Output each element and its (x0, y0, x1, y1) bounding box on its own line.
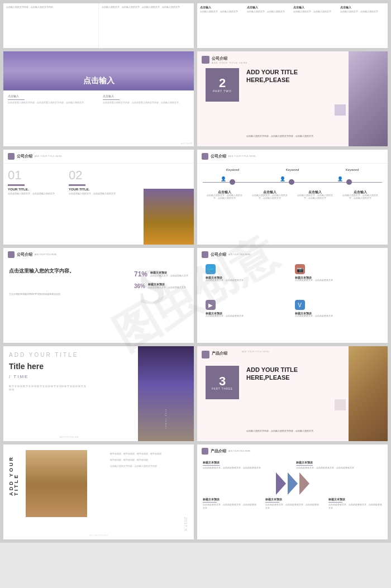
slide-top-right: 点击输入 点击输入您的文字，点击输入您的文字 点击输入 点击输入您的文字，点击输… (197, 3, 388, 48)
slide-top-right-text4: 点击输入您的文字，点击输入您的文字 (340, 11, 385, 14)
title-01: YOUR TITLE. (8, 188, 55, 191)
prod-line-2 (296, 465, 313, 466)
prod-title-5: 标题文本预设 (328, 498, 382, 501)
prod-title-2: 标题文本预设 (296, 461, 382, 464)
percent-1: 71% (134, 270, 147, 278)
part-three-add-title: ADD YOUR TITLEHERE,PLEASE (246, 366, 298, 382)
part-two-box: 2 PART TWO (206, 68, 239, 102)
slide-top-right-label4: 点击输入 (340, 6, 385, 9)
keyword-2: Keyword (286, 168, 299, 171)
slide7-photo: city tower (138, 346, 194, 441)
part-two-accent (335, 104, 346, 116)
soc-desc-1: 点击此处更改文本，点击此处更改文本 (206, 279, 244, 282)
slide-big-s: 公司介绍 ADD YOUR TITLE HERE. S 点击这里输入您的文字内容… (3, 248, 194, 343)
slide9-text1: 根字在段段，根字在段段，根字在段段，根字在段段 (110, 453, 177, 456)
company-title-8: 产品介绍 (212, 351, 227, 356)
company-sub-3: ADD YOUR TITLE HERE. (35, 155, 63, 157)
company-sub-10: ADD YOUR TITLE HERE. (228, 450, 251, 452)
prod-line-3 (203, 502, 217, 503)
kw-label-4: 点击输入 (341, 190, 380, 194)
slide9-photo (26, 450, 87, 517)
company-icon-2 (202, 56, 209, 64)
slide-top-right-label2: 点击输入 (247, 6, 292, 9)
company-name-5: 公司介绍 (17, 252, 32, 257)
photo-block-3 (144, 189, 194, 245)
slide-banner-left-footer: 数字01 数字02 (179, 141, 194, 146)
company-sub-2: ADD YOUR TITLE HERE. (212, 61, 249, 64)
prod-desc-5: 点击此处更改文本，点击此处更改文本，点击此处更改文本 (328, 504, 382, 510)
prod-desc-1: 点击此处更改文本，点击此处更改文本，点击此处更改文本 (203, 467, 289, 470)
company-name-10: 产品介绍 (211, 448, 226, 454)
part-two-desc: 点击输入您的文字内容，点击输入您的文字内容，点击输入您的文字。 (246, 135, 325, 138)
tl-dot-3 (346, 179, 352, 185)
part-three-box: 3 PART THREE (206, 366, 239, 399)
title-02: YOUR TITLE. (69, 188, 116, 191)
company-icon-5 (8, 251, 15, 258)
company-icon-8 (202, 351, 209, 358)
slide5-main-text: 点击这里输入您的文字内容。 (9, 267, 76, 275)
slide9-year: 2017.X (183, 517, 188, 531)
social-cell-4: V 标题文本预设 点击此处更改文本，点击此处更改文本 (295, 300, 380, 331)
slide-banner-left-desc2: 点击这里置入您的文字内容，点击这里置入您的文字内容，点击输入您的文字。 (103, 102, 189, 105)
slide-top-right-label3: 点击输入 (293, 6, 338, 9)
prod-desc-3: 点击此处更改文本，点击此处更改文本，点击此处更改文本 (203, 504, 256, 510)
company-icon-3 (8, 153, 15, 160)
part-three-accent (335, 399, 346, 410)
company-icon-10 (202, 448, 208, 455)
company-icon-6 (202, 251, 208, 258)
percent-2: 36% (134, 283, 145, 289)
slide-product-arrows: 产品介绍 ADD YOUR TITLE HERE. 标题文本预设 点击此处更改文… (197, 444, 388, 539)
slide-top-right-label1: 点击输入 (200, 6, 245, 9)
bar-line-1 (8, 184, 25, 186)
slide-social-icons: 公司介绍 ADD YOUR TITLE HERE. 🐦 标题文本预设 点击此处更… (197, 248, 388, 343)
social-cell-2: 📷 标题文本预设 点击此处更改文本，点击此处更改文本 (295, 264, 380, 295)
play-icon: ▶ (206, 300, 216, 310)
slide-top-right-text3: 点击输入您的文字，点击输入您的文字 (293, 11, 338, 14)
num-01: 01 (8, 168, 55, 183)
company-sub-4: ADD YOUR TITLE HERE. (228, 155, 257, 157)
vimeo-icon: V (295, 300, 305, 310)
keyword-1: Keyword (226, 168, 239, 171)
tl-dot-2 (289, 179, 294, 185)
twitter-icon: 🐦 (206, 264, 216, 274)
num-02: 02 (69, 168, 116, 183)
slide-keywords: 公司介绍 ADD YOUR TITLE HERE. Keyword Keywor… (197, 150, 388, 245)
kw-desc-1: 点击输入您的文字，点击输入您的文字，点击输入您的文字 (205, 194, 244, 200)
slide-company-01-02: 公司介绍 ADD YOUR TITLE HERE. 01 YOUR TITLE.… (3, 150, 194, 245)
company-sub-5: ADD YOUR TITLE HERE. (35, 254, 58, 256)
banner-title: 点击输入 (83, 76, 115, 86)
desc-02: 点击这里输入您的文字，点击这里输入您的文字 (69, 193, 116, 195)
social-cell-1: 🐦 标题文本预设 点击此处更改文本，点击此处更改文本 (206, 264, 290, 295)
slide7-add-text: ADD YOUR TITLE (9, 352, 78, 358)
kw-label-1: 点击输入 (205, 190, 244, 194)
slide-banner-left: 点击输入 点击输入 点击这里置入您的文字内容，点击这里置入您的文字内容，点击输入… (3, 51, 194, 146)
part-two-number: 2 (219, 77, 226, 89)
slide-top-left-text1: 点击输入您的文字内容，点击输入您的文字内内 (6, 6, 96, 9)
slide7-time-label: / TIME (9, 374, 28, 379)
kw-label-3: 点击输入 (295, 190, 335, 194)
instagram-icon: 📷 (295, 264, 305, 274)
part-three-number: 3 (219, 375, 226, 388)
prod-desc-4: 点击此处更改文本，点击此处更改文本，点击此处更改文本 (265, 504, 319, 510)
slide5-sub-text: 主次分明的布局版式帮助PPT更好的传递和表达信息。 (9, 293, 82, 296)
prod-title-1: 标题文本预设 (203, 461, 289, 464)
slide9-text2: 根字在段段，根字在段段，根字在段段 (110, 459, 177, 462)
soc-desc-4: 点击此处更改文本，点击此处更改文本 (295, 315, 333, 318)
slide9-side-text: ADD YOURTITLE (9, 456, 19, 496)
keyword-3: Keyword (346, 168, 359, 171)
kw-desc-3: 点击输入您的文字，点击输入您的文字，点击输入您的文字 (295, 194, 335, 200)
soc-desc-2: 点击此处更改文本，点击此处更改文本 (295, 279, 333, 282)
kw-desc-2: 点击输入您的文字，点击输入您的文字，点击输入您的文字 (250, 194, 289, 200)
person-icon-3: 👤 (337, 176, 343, 181)
slide-top-left-text2: 点击输入您的文字，点击输入您的文字，点击输入您的文字，点击输入您的文字 (102, 6, 191, 9)
part-three-desc: 点击输入您的文字内容，点击输入您的文字内容，点击输入您的文字。 (246, 429, 325, 433)
person-icon-1: 👤 (221, 176, 226, 181)
social-cell-3: ▶ 标题文本预设 点击此处更改文本，点击此处更改文本 (206, 300, 290, 331)
company-name-4: 公司介绍 (211, 154, 226, 159)
company-sub-8: ADD YOUR TITLE HERE. (242, 351, 270, 353)
slash-icon: / TIME (9, 374, 28, 379)
part-three-photo (349, 346, 388, 441)
desc-01: 点击这里输入您的文字，点击这里输入您的文字 (8, 193, 55, 195)
company-title-2: 公司介绍 (212, 56, 227, 61)
kw-label-2: 点击输入 (250, 190, 289, 194)
